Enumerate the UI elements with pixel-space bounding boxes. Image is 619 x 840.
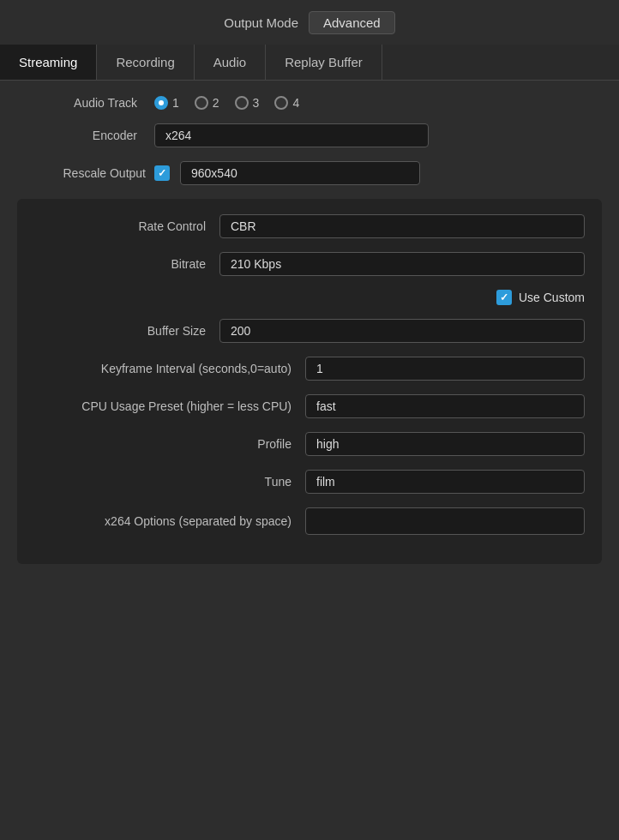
keyframe-interval-input[interactable]: 1 — [305, 357, 585, 381]
tune-label: Tune — [34, 475, 291, 489]
tab-recording[interactable]: Recording — [97, 45, 194, 80]
radio-4-indicator — [274, 96, 288, 110]
tune-select[interactable]: film — [305, 470, 585, 494]
audio-track-4[interactable]: 4 — [274, 96, 299, 110]
rate-control-label: Rate Control — [34, 219, 206, 233]
bitrate-label: Bitrate — [34, 257, 206, 271]
content-area: Audio Track 1 2 3 4 Encoder x264 R — [0, 81, 619, 579]
tabs-bar: Streaming Recording Audio Replay Buffer — [0, 45, 619, 81]
cpu-usage-select[interactable]: fast — [305, 394, 585, 418]
encoder-label: Encoder — [34, 129, 137, 142]
output-mode-label: Output Mode — [224, 15, 298, 30]
buffer-size-label: Buffer Size — [34, 324, 206, 338]
keyframe-interval-row: Keyframe Interval (seconds,0=auto) 1 — [34, 357, 585, 381]
buffer-size-row: Buffer Size 200 — [34, 319, 585, 343]
cpu-usage-row: CPU Usage Preset (higher = less CPU) fas… — [34, 394, 585, 418]
rescale-output-select[interactable]: 960x540 — [180, 161, 420, 185]
radio-4-label: 4 — [292, 96, 299, 110]
audio-track-3[interactable]: 3 — [235, 96, 260, 110]
audio-track-row: Audio Track 1 2 3 4 — [17, 96, 602, 110]
tab-replay-buffer[interactable]: Replay Buffer — [266, 45, 382, 80]
encoder-settings-section: Rate Control CBR Bitrate 210 Kbps Use Cu… — [17, 199, 602, 564]
rescale-output-label: Rescale Output — [34, 166, 146, 180]
audio-track-1[interactable]: 1 — [154, 96, 179, 110]
x264-options-row: x264 Options (separated by space) — [34, 507, 585, 535]
bitrate-input[interactable]: 210 Kbps — [219, 252, 585, 276]
tune-row: Tune film — [34, 470, 585, 494]
radio-3-indicator — [235, 96, 249, 110]
profile-select[interactable]: high — [305, 432, 585, 456]
audio-track-radio-group: 1 2 3 4 — [154, 96, 299, 110]
output-mode-bar: Output Mode Advanced — [0, 0, 619, 45]
radio-1-label: 1 — [172, 96, 179, 110]
use-custom-row: Use Custom — [34, 290, 585, 305]
encoder-row: Encoder x264 — [17, 123, 602, 147]
x264-options-label: x264 Options (separated by space) — [34, 514, 291, 528]
radio-2-label: 2 — [213, 96, 219, 110]
use-custom-label: Use Custom — [519, 291, 585, 304]
profile-row: Profile high — [34, 432, 585, 456]
audio-track-2[interactable]: 2 — [195, 96, 219, 110]
x264-options-input[interactable] — [305, 507, 585, 535]
profile-label: Profile — [34, 437, 291, 451]
buffer-size-input[interactable]: 200 — [219, 319, 585, 343]
radio-1-indicator — [154, 96, 168, 110]
cpu-usage-label: CPU Usage Preset (higher = less CPU) — [34, 399, 291, 413]
bitrate-row: Bitrate 210 Kbps — [34, 252, 585, 276]
use-custom-checkbox[interactable] — [496, 290, 512, 305]
audio-track-label: Audio Track — [34, 96, 137, 110]
rate-control-row: Rate Control CBR — [34, 214, 585, 238]
tab-streaming[interactable]: Streaming — [0, 45, 97, 80]
keyframe-interval-label: Keyframe Interval (seconds,0=auto) — [34, 362, 291, 375]
rate-control-select[interactable]: CBR — [219, 214, 585, 238]
radio-3-label: 3 — [253, 96, 260, 110]
radio-2-indicator — [195, 96, 208, 110]
tab-audio[interactable]: Audio — [195, 45, 266, 80]
rescale-output-checkbox[interactable] — [154, 165, 170, 181]
encoder-select[interactable]: x264 — [154, 123, 429, 147]
output-mode-select[interactable]: Advanced — [309, 11, 395, 34]
rescale-output-row: Rescale Output 960x540 — [17, 161, 602, 185]
